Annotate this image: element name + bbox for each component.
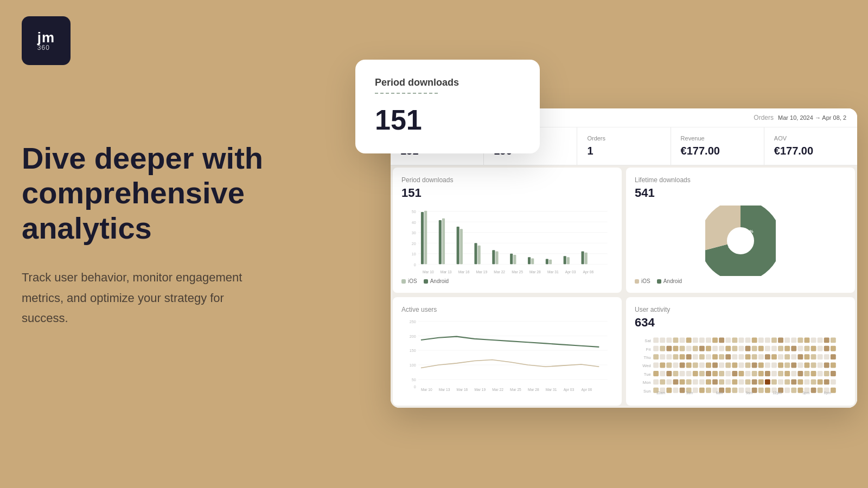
svg-rect-208: [797, 371, 803, 376]
legend-android: Android: [430, 278, 449, 284]
left-content: Dive deeper withcomprehensive analytics …: [22, 141, 369, 328]
svg-rect-177: [778, 363, 783, 368]
svg-text:10: 10: [412, 252, 416, 256]
svg-rect-220: [693, 379, 698, 384]
svg-rect-198: [732, 371, 737, 376]
svg-rect-154: [811, 354, 816, 359]
svg-rect-144: [745, 354, 751, 359]
svg-rect-102: [653, 346, 659, 351]
svg-rect-125: [805, 346, 810, 351]
lifetime-downloads-chart: Lifetime downloads 541 29.21% 70.79%: [626, 168, 855, 293]
svg-text:12am: 12am: [656, 391, 666, 395]
svg-rect-181: [805, 363, 810, 368]
svg-rect-18: [474, 243, 477, 264]
svg-rect-244: [666, 388, 672, 393]
svg-rect-245: [673, 388, 679, 393]
svg-rect-188: [666, 371, 672, 376]
svg-rect-117: [752, 346, 757, 351]
svg-rect-186: [653, 371, 659, 376]
svg-rect-146: [758, 354, 764, 359]
svg-rect-250: [706, 388, 711, 393]
svg-rect-138: [706, 354, 711, 359]
svg-rect-145: [752, 354, 757, 359]
svg-rect-190: [680, 371, 685, 376]
svg-rect-193: [699, 371, 705, 376]
svg-rect-216: [666, 379, 672, 384]
svg-rect-124: [797, 346, 803, 351]
svg-text:Mar 25: Mar 25: [510, 388, 521, 391]
svg-text:Mar 16: Mar 16: [458, 269, 470, 273]
logo-subtext: 360: [37, 44, 55, 51]
user-activity-chart: User activity 634 Sat Fri Thu Wed Tue Mo…: [626, 297, 855, 406]
svg-text:12pm: 12pm: [773, 391, 782, 395]
svg-rect-91: [765, 337, 770, 343]
svg-rect-170: [732, 363, 737, 368]
svg-rect-133: [673, 354, 679, 359]
svg-rect-105: [673, 346, 679, 351]
svg-rect-90: [758, 337, 764, 343]
svg-rect-182: [811, 363, 816, 368]
svg-rect-156: [824, 354, 829, 359]
user-activity-number: 634: [635, 316, 846, 330]
active-users-title: Active users: [401, 306, 613, 313]
svg-rect-136: [693, 354, 698, 359]
svg-text:40: 40: [412, 220, 416, 224]
svg-rect-238: [811, 379, 816, 384]
svg-rect-128: [824, 346, 829, 351]
svg-rect-103: [660, 346, 665, 351]
svg-text:20: 20: [412, 241, 416, 246]
svg-rect-185: [831, 363, 836, 368]
svg-rect-228: [745, 379, 751, 384]
svg-rect-89: [752, 337, 757, 343]
svg-rect-79: [686, 337, 692, 343]
svg-rect-112: [719, 346, 724, 351]
card-title: Period downloads: [375, 77, 520, 88]
orders-tab[interactable]: Orders: [754, 114, 774, 121]
svg-rect-147: [765, 354, 770, 359]
svg-rect-263: [791, 388, 796, 393]
svg-text:Mar 19: Mar 19: [476, 269, 488, 273]
svg-rect-174: [758, 363, 764, 368]
svg-rect-184: [824, 363, 829, 368]
svg-rect-178: [784, 363, 790, 368]
svg-text:Mar 31: Mar 31: [546, 388, 557, 391]
subtext: Track user behavior, monitor engagementm…: [22, 267, 326, 328]
svg-rect-113: [725, 346, 731, 351]
svg-rect-85: [725, 337, 731, 343]
svg-rect-26: [546, 259, 548, 265]
svg-rect-143: [739, 354, 744, 359]
svg-text:Sun: Sun: [643, 389, 651, 394]
svg-rect-217: [673, 379, 679, 384]
svg-rect-115: [739, 346, 744, 351]
svg-rect-24: [528, 257, 531, 264]
svg-rect-97: [805, 337, 810, 343]
headline: Dive deeper withcomprehensive analytics: [22, 141, 369, 246]
svg-rect-99: [818, 337, 823, 343]
svg-rect-230: [758, 379, 764, 384]
svg-text:6pm: 6pm: [824, 391, 831, 395]
svg-text:Fri: Fri: [646, 347, 651, 352]
svg-rect-123: [791, 346, 796, 351]
svg-text:0: 0: [414, 384, 416, 389]
svg-rect-203: [765, 371, 770, 376]
svg-text:Mar 19: Mar 19: [474, 388, 486, 391]
svg-text:Mar 16: Mar 16: [457, 388, 468, 391]
svg-rect-151: [791, 354, 796, 359]
stat-orders: Orders 1: [577, 127, 671, 165]
svg-rect-83: [712, 337, 718, 343]
svg-rect-248: [693, 388, 698, 393]
svg-rect-161: [673, 363, 679, 368]
svg-rect-255: [739, 388, 744, 393]
svg-rect-169: [725, 363, 731, 368]
svg-rect-179: [791, 363, 796, 368]
svg-rect-232: [771, 379, 777, 384]
svg-rect-132: [666, 354, 672, 359]
svg-rect-121: [778, 346, 783, 351]
svg-rect-173: [752, 363, 757, 368]
lifetime-downloads-number: 541: [635, 186, 846, 200]
svg-rect-142: [732, 354, 737, 359]
svg-point-43: [713, 214, 768, 268]
date-range: Mar 10, 2024 → Apr 08, 2: [778, 114, 846, 121]
svg-rect-231: [765, 379, 770, 384]
svg-rect-110: [706, 346, 711, 351]
